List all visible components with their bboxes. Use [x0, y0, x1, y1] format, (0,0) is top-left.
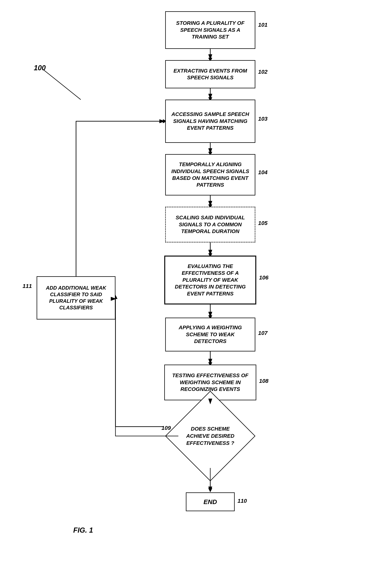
ref-110: 110	[238, 498, 247, 504]
ref-103: 103	[258, 116, 268, 122]
fig-label: FIG. 1	[73, 526, 93, 534]
ref-104: 104	[258, 169, 268, 176]
box-103-text: ACCESSING SAMPLE SPEECH SIGNALS HAVING M…	[170, 111, 251, 131]
box-106-text: EVALUATING THE EFFECTIVENESS OF A PLURAL…	[169, 263, 252, 297]
box-101-text: STORING A PLURALITY OF SPEECH SIGNALS AS…	[170, 20, 251, 40]
box-110-text: END	[203, 498, 217, 506]
box-107-text: APPLYING A WEIGHTING SCHEME TO WEAK DETE…	[170, 324, 251, 345]
box-102: EXTRACTING EVENTS FROM SPEECH SIGNALS	[165, 60, 255, 88]
svg-marker-17	[208, 488, 212, 492]
box-107: APPLYING A WEIGHTING SCHEME TO WEAK DETE…	[165, 318, 255, 352]
ref-102: 102	[258, 69, 268, 75]
ref-101: 101	[258, 22, 268, 28]
ref-111: 111	[23, 283, 32, 289]
box-111: ADD ADDITIONAL WEAK CLASSIFIER TO SAID P…	[37, 276, 115, 320]
svg-line-39	[43, 70, 81, 99]
box-101: STORING A PLURALITY OF SPEECH SIGNALS AS…	[165, 11, 255, 49]
ref-108: 108	[259, 378, 269, 384]
box-105: SCALING SAID INDIVIDUAL SIGNALS TO A COM…	[165, 207, 255, 242]
box-108-text: TESTING EFFECTIVENESS OF WEIGHTING SCHEM…	[169, 372, 252, 393]
diamond-text: DOES SCHEME ACHIEVE DESIRED EFFECTIVENES…	[182, 425, 238, 447]
ref-107: 107	[258, 330, 268, 336]
box-104-text: TEMPORALLY ALIGNING INDIVIDUAL SPEECH SI…	[170, 161, 251, 188]
box-106: EVALUATING THE EFFECTIVENESS OF A PLURAL…	[164, 256, 256, 304]
box-102-text: EXTRACTING EVENTS FROM SPEECH SIGNALS	[170, 68, 251, 81]
box-104: TEMPORALLY ALIGNING INDIVIDUAL SPEECH SI…	[165, 154, 255, 196]
diamond-109: DOES SCHEME ACHIEVE DESIRED EFFECTIVENES…	[178, 404, 242, 468]
box-110: END	[186, 493, 235, 511]
box-105-text: SCALING SAID INDIVIDUAL SIGNALS TO A COM…	[170, 214, 251, 235]
ref-105: 105	[258, 220, 268, 226]
box-103: ACCESSING SAMPLE SPEECH SIGNALS HAVING M…	[165, 99, 255, 143]
main-label-100: 100	[34, 64, 46, 72]
ref-106: 106	[259, 274, 269, 281]
box-111-text: ADD ADDITIONAL WEAK CLASSIFIER TO SAID P…	[41, 285, 111, 311]
diagram-container: STORING A PLURALITY OF SPEECH SIGNALS AS…	[0, 0, 392, 564]
ref-109: 109	[162, 425, 171, 431]
